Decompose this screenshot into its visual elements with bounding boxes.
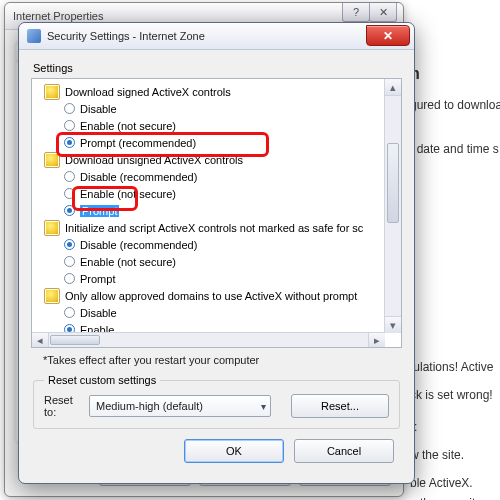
activex-icon — [44, 288, 60, 304]
radio-icon[interactable] — [64, 120, 75, 131]
cancel-button[interactable]: Cancel — [294, 439, 394, 463]
tree-option[interactable]: Enable (not secure) — [64, 253, 383, 270]
option-label: Disable — [80, 103, 117, 115]
option-label: Prompt — [80, 205, 119, 217]
scroll-left-icon[interactable]: ◂ — [32, 333, 49, 347]
vertical-scrollbar[interactable]: ▴ ▾ — [384, 79, 401, 333]
tree-option[interactable]: Prompt — [64, 202, 383, 219]
activex-icon — [44, 220, 60, 236]
close-button[interactable]: ✕ — [366, 25, 410, 46]
window-title: Internet Properties — [13, 10, 104, 22]
tree-option[interactable]: Prompt (recommended) — [64, 134, 383, 151]
settings-tree: Download signed ActiveX controlsDisableE… — [31, 78, 402, 348]
ok-button[interactable]: OK — [184, 439, 284, 463]
background-article: n gured to downloa t date and time s tul… — [410, 30, 500, 500]
option-label: Disable (recommended) — [80, 171, 197, 183]
tree-option[interactable]: Disable (recommended) — [64, 236, 383, 253]
category-label: Download unsigned ActiveX controls — [65, 154, 243, 166]
reset-to-label: Reset to: — [44, 394, 79, 418]
radio-icon[interactable] — [64, 273, 75, 284]
tree-option[interactable]: Disable — [64, 100, 383, 117]
category-label: Initialize and script ActiveX controls n… — [65, 222, 363, 234]
tree-option[interactable]: Enable (not secure) — [64, 185, 383, 202]
security-settings-titlebar[interactable]: Security Settings - Internet Zone ✕ — [19, 23, 414, 50]
option-label: Prompt (recommended) — [80, 137, 196, 149]
tree-category[interactable]: Download signed ActiveX controls — [44, 83, 383, 100]
reset-group: Reset custom settings Reset to: Medium-h… — [33, 374, 400, 429]
tree-option[interactable]: Prompt — [64, 270, 383, 287]
radio-icon[interactable] — [64, 171, 75, 182]
tree-category[interactable]: Download unsigned ActiveX controls — [44, 151, 383, 168]
settings-tree-inner[interactable]: Download signed ActiveX controlsDisableE… — [32, 79, 385, 333]
security-settings-dialog: Security Settings - Internet Zone ✕ Sett… — [18, 22, 415, 484]
tree-category[interactable]: Only allow approved domains to use Activ… — [44, 287, 383, 304]
radio-icon[interactable] — [64, 137, 75, 148]
scroll-up-icon[interactable]: ▴ — [385, 79, 401, 96]
category-label: Download signed ActiveX controls — [65, 86, 231, 98]
tree-option[interactable]: Enable (not secure) — [64, 117, 383, 134]
radio-icon[interactable] — [64, 239, 75, 250]
chevron-down-icon: ▾ — [261, 401, 266, 412]
radio-icon[interactable] — [64, 103, 75, 114]
option-label: Enable (not secure) — [80, 120, 176, 132]
radio-icon[interactable] — [64, 188, 75, 199]
scroll-right-icon[interactable]: ▸ — [368, 333, 385, 347]
radio-icon[interactable] — [64, 307, 75, 318]
radio-icon[interactable] — [64, 205, 75, 216]
scroll-down-icon[interactable]: ▾ — [385, 316, 401, 333]
option-label: Disable (recommended) — [80, 239, 197, 251]
activex-icon — [44, 84, 60, 100]
settings-label: Settings — [33, 62, 402, 74]
option-label: Enable (not secure) — [80, 188, 176, 200]
dialog-title: Security Settings - Internet Zone — [47, 30, 205, 42]
scroll-thumb[interactable] — [387, 143, 399, 223]
category-label: Only allow approved domains to use Activ… — [65, 290, 357, 302]
hscroll-thumb[interactable] — [50, 335, 100, 345]
reset-level-value: Medium-high (default) — [96, 400, 203, 412]
activex-icon — [44, 152, 60, 168]
radio-icon[interactable] — [64, 256, 75, 267]
tree-option[interactable]: Disable — [64, 304, 383, 321]
restart-note: *Takes effect after you restart your com… — [43, 354, 398, 366]
option-label: Disable — [80, 307, 117, 319]
help-button[interactable]: ? — [342, 3, 370, 22]
tree-option[interactable]: Disable (recommended) — [64, 168, 383, 185]
dialog-icon — [27, 29, 41, 43]
tree-category[interactable]: Initialize and script ActiveX controls n… — [44, 219, 383, 236]
reset-group-label: Reset custom settings — [44, 374, 160, 386]
option-label: Prompt — [80, 273, 115, 285]
horizontal-scrollbar[interactable]: ◂ ▸ — [32, 332, 385, 347]
reset-level-select[interactable]: Medium-high (default) ▾ — [89, 395, 271, 417]
option-label: Enable (not secure) — [80, 256, 176, 268]
reset-button[interactable]: Reset... — [291, 394, 389, 418]
close-button[interactable]: ✕ — [369, 3, 397, 22]
